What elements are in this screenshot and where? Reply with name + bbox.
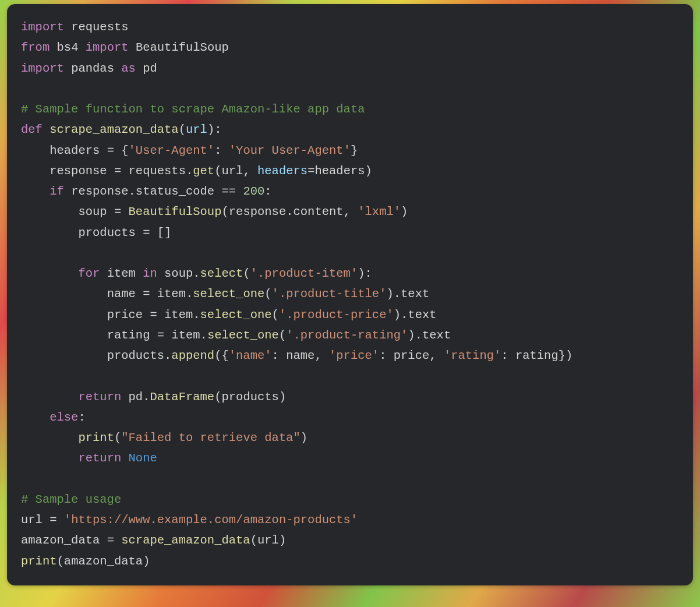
- line-3: import pandas as pd: [21, 62, 157, 75]
- code-block: import requests from bs4 import Beautifu…: [7, 4, 693, 585]
- line-22: return None: [21, 451, 157, 465]
- line-9: if response.status_code == 200:: [21, 185, 272, 198]
- line-1: import requests: [21, 20, 129, 34]
- line-2: from bs4 import BeautifulSoup: [21, 41, 229, 54]
- line-17: products.append({'name': name, 'price': …: [21, 349, 572, 362]
- line-5: # Sample function to scrape Amazon-like …: [21, 103, 365, 116]
- line-15: price = item.select_one('.product-price'…: [21, 308, 437, 322]
- line-20: else:: [21, 411, 86, 424]
- line-26: amazon_data = scrape_amazon_data(url): [21, 534, 286, 547]
- line-14: name = item.select_one('.product-title')…: [21, 287, 429, 301]
- line-25: url = 'https://www.example.com/amazon-pr…: [21, 513, 358, 527]
- line-7: headers = {'User-Agent': 'Your User-Agen…: [21, 144, 358, 157]
- line-21: print("Failed to retrieve data"): [21, 431, 307, 444]
- line-19: return pd.DataFrame(products): [21, 390, 286, 404]
- line-13: for item in soup.select('.product-item')…: [21, 267, 372, 280]
- line-11: products = []: [21, 226, 171, 239]
- line-27: print(amazon_data): [21, 555, 150, 568]
- line-6: def scrape_amazon_data(url):: [21, 123, 221, 136]
- line-16: rating = item.select_one('.product-ratin…: [21, 329, 451, 342]
- line-8: response = requests.get(url, headers=hea…: [21, 164, 372, 178]
- line-10: soup = BeautifulSoup(response.content, '…: [21, 205, 408, 218]
- line-24: # Sample usage: [21, 493, 121, 506]
